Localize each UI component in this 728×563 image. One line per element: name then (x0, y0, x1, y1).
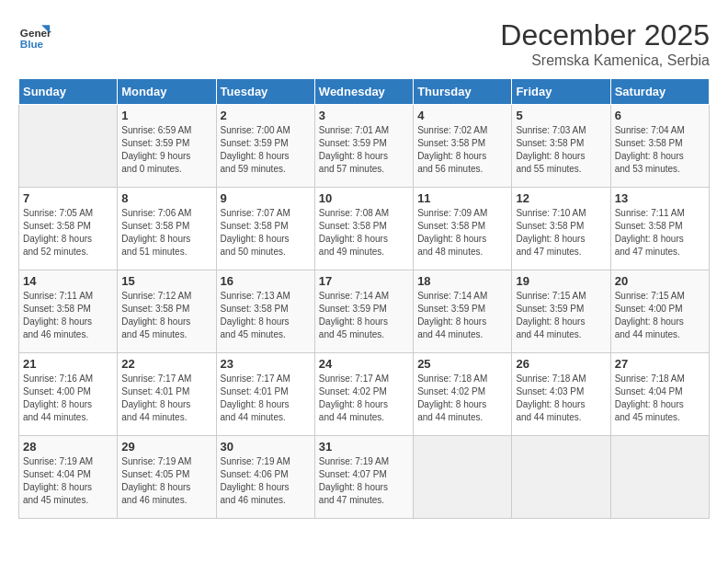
weekday-header-wednesday: Wednesday (314, 79, 413, 105)
day-info: Sunrise: 7:17 AM Sunset: 4:02 PM Dayligh… (319, 373, 409, 424)
day-number: 29 (121, 440, 211, 454)
weekday-header-tuesday: Tuesday (216, 79, 314, 105)
day-info: Sunrise: 7:17 AM Sunset: 4:01 PM Dayligh… (121, 373, 211, 424)
day-info: Sunrise: 7:05 AM Sunset: 3:58 PM Dayligh… (23, 207, 113, 259)
weekday-header-thursday: Thursday (414, 79, 512, 105)
calendar-cell: 14Sunrise: 7:11 AM Sunset: 3:58 PM Dayli… (19, 270, 118, 353)
day-number: 25 (417, 357, 507, 371)
day-number: 18 (417, 274, 507, 288)
calendar-cell (19, 105, 118, 188)
day-info: Sunrise: 7:04 AM Sunset: 3:58 PM Dayligh… (615, 124, 705, 176)
day-info: Sunrise: 7:19 AM Sunset: 4:05 PM Dayligh… (121, 455, 211, 507)
day-number: 27 (615, 357, 705, 371)
day-info: Sunrise: 7:18 AM Sunset: 4:04 PM Dayligh… (615, 373, 705, 424)
title-area: December 2025 Sremska Kamenica, Serbia (500, 18, 710, 69)
day-info: Sunrise: 7:19 AM Sunset: 4:04 PM Dayligh… (23, 455, 113, 507)
calendar-cell: 28Sunrise: 7:19 AM Sunset: 4:04 PM Dayli… (19, 436, 118, 519)
calendar-cell: 16Sunrise: 7:13 AM Sunset: 3:58 PM Dayli… (216, 270, 314, 353)
day-info: Sunrise: 7:13 AM Sunset: 3:58 PM Dayligh… (221, 290, 311, 341)
day-number: 23 (221, 357, 311, 371)
calendar-cell: 6Sunrise: 7:04 AM Sunset: 3:58 PM Daylig… (610, 105, 709, 188)
logo-icon: General Blue (18, 18, 51, 52)
day-number: 21 (23, 357, 113, 371)
calendar-cell: 5Sunrise: 7:03 AM Sunset: 3:58 PM Daylig… (512, 105, 610, 188)
day-info: Sunrise: 7:01 AM Sunset: 3:59 PM Dayligh… (319, 124, 409, 176)
week-row-3: 14Sunrise: 7:11 AM Sunset: 3:58 PM Dayli… (19, 270, 710, 353)
calendar-cell: 29Sunrise: 7:19 AM Sunset: 4:05 PM Dayli… (118, 436, 216, 519)
day-info: Sunrise: 7:02 AM Sunset: 3:58 PM Dayligh… (417, 124, 507, 176)
day-number: 11 (417, 191, 507, 205)
calendar-cell: 23Sunrise: 7:17 AM Sunset: 4:01 PM Dayli… (216, 353, 314, 436)
day-info: Sunrise: 7:19 AM Sunset: 4:07 PM Dayligh… (319, 455, 409, 507)
day-info: Sunrise: 7:11 AM Sunset: 3:58 PM Dayligh… (615, 207, 705, 259)
day-number: 2 (221, 109, 311, 122)
logo: General Blue (18, 18, 51, 52)
day-number: 19 (516, 274, 606, 288)
weekday-header-saturday: Saturday (610, 79, 709, 105)
day-info: Sunrise: 7:06 AM Sunset: 3:58 PM Dayligh… (121, 207, 211, 259)
calendar-cell: 21Sunrise: 7:16 AM Sunset: 4:00 PM Dayli… (19, 353, 118, 436)
day-info: Sunrise: 7:18 AM Sunset: 4:03 PM Dayligh… (516, 373, 606, 424)
calendar-cell: 20Sunrise: 7:15 AM Sunset: 4:00 PM Dayli… (610, 270, 709, 353)
calendar-cell: 17Sunrise: 7:14 AM Sunset: 3:59 PM Dayli… (314, 270, 413, 353)
day-info: Sunrise: 7:15 AM Sunset: 3:59 PM Dayligh… (516, 290, 606, 341)
day-info: Sunrise: 7:10 AM Sunset: 3:58 PM Dayligh… (516, 207, 606, 259)
day-number: 12 (516, 191, 606, 205)
day-number: 6 (615, 109, 705, 122)
calendar-cell: 11Sunrise: 7:09 AM Sunset: 3:58 PM Dayli… (414, 188, 512, 270)
day-info: Sunrise: 7:08 AM Sunset: 3:58 PM Dayligh… (319, 207, 409, 259)
location-subtitle: Sremska Kamenica, Serbia (500, 52, 710, 69)
day-number: 16 (221, 274, 311, 288)
calendar-cell: 2Sunrise: 7:00 AM Sunset: 3:59 PM Daylig… (216, 105, 314, 188)
day-number: 10 (319, 191, 409, 205)
day-number: 4 (417, 109, 507, 122)
weekday-header-monday: Monday (118, 79, 216, 105)
week-row-4: 21Sunrise: 7:16 AM Sunset: 4:00 PM Dayli… (19, 353, 710, 436)
calendar-cell: 25Sunrise: 7:18 AM Sunset: 4:02 PM Dayli… (414, 353, 512, 436)
day-number: 15 (121, 274, 211, 288)
calendar-cell: 1Sunrise: 6:59 AM Sunset: 3:59 PM Daylig… (118, 105, 216, 188)
day-number: 5 (516, 109, 606, 122)
day-info: Sunrise: 7:00 AM Sunset: 3:59 PM Dayligh… (221, 124, 311, 176)
calendar-cell: 10Sunrise: 7:08 AM Sunset: 3:58 PM Dayli… (314, 188, 413, 270)
calendar-cell: 26Sunrise: 7:18 AM Sunset: 4:03 PM Dayli… (512, 353, 610, 436)
day-number: 9 (221, 191, 311, 205)
day-info: Sunrise: 7:17 AM Sunset: 4:01 PM Dayligh… (221, 373, 311, 424)
day-info: Sunrise: 7:11 AM Sunset: 3:58 PM Dayligh… (23, 290, 113, 341)
calendar-body: 1Sunrise: 6:59 AM Sunset: 3:59 PM Daylig… (19, 105, 710, 519)
day-info: Sunrise: 7:14 AM Sunset: 3:59 PM Dayligh… (417, 290, 507, 341)
day-number: 8 (121, 191, 211, 205)
day-info: Sunrise: 7:16 AM Sunset: 4:00 PM Dayligh… (23, 373, 113, 424)
day-number: 24 (319, 357, 409, 371)
weekday-header-friday: Friday (512, 79, 610, 105)
week-row-1: 1Sunrise: 6:59 AM Sunset: 3:59 PM Daylig… (19, 105, 710, 188)
day-number: 3 (319, 109, 409, 122)
calendar-cell: 15Sunrise: 7:12 AM Sunset: 3:58 PM Dayli… (118, 270, 216, 353)
day-info: Sunrise: 7:07 AM Sunset: 3:58 PM Dayligh… (221, 207, 311, 259)
calendar-cell: 3Sunrise: 7:01 AM Sunset: 3:59 PM Daylig… (314, 105, 413, 188)
day-info: Sunrise: 7:03 AM Sunset: 3:58 PM Dayligh… (516, 124, 606, 176)
day-number: 31 (319, 440, 409, 454)
day-info: Sunrise: 7:12 AM Sunset: 3:58 PM Dayligh… (121, 290, 211, 341)
calendar-cell: 27Sunrise: 7:18 AM Sunset: 4:04 PM Dayli… (610, 353, 709, 436)
calendar-cell: 19Sunrise: 7:15 AM Sunset: 3:59 PM Dayli… (512, 270, 610, 353)
calendar-cell: 18Sunrise: 7:14 AM Sunset: 3:59 PM Dayli… (414, 270, 512, 353)
calendar-cell: 8Sunrise: 7:06 AM Sunset: 3:58 PM Daylig… (118, 188, 216, 270)
day-number: 13 (615, 191, 705, 205)
day-info: Sunrise: 6:59 AM Sunset: 3:59 PM Dayligh… (121, 124, 211, 176)
calendar-cell (512, 436, 610, 519)
weekday-header-sunday: Sunday (19, 79, 118, 105)
calendar-table: SundayMondayTuesdayWednesdayThursdayFrid… (18, 78, 710, 519)
day-number: 22 (121, 357, 211, 371)
day-number: 1 (121, 109, 211, 122)
day-info: Sunrise: 7:15 AM Sunset: 4:00 PM Dayligh… (615, 290, 705, 341)
calendar-cell: 7Sunrise: 7:05 AM Sunset: 3:58 PM Daylig… (19, 188, 118, 270)
week-row-5: 28Sunrise: 7:19 AM Sunset: 4:04 PM Dayli… (19, 436, 710, 519)
day-number: 30 (221, 440, 311, 454)
calendar-header-row: SundayMondayTuesdayWednesdayThursdayFrid… (19, 79, 710, 105)
month-title: December 2025 (500, 18, 710, 52)
day-number: 26 (516, 357, 606, 371)
day-number: 28 (23, 440, 113, 454)
day-info: Sunrise: 7:14 AM Sunset: 3:59 PM Dayligh… (319, 290, 409, 341)
day-info: Sunrise: 7:18 AM Sunset: 4:02 PM Dayligh… (417, 373, 507, 424)
